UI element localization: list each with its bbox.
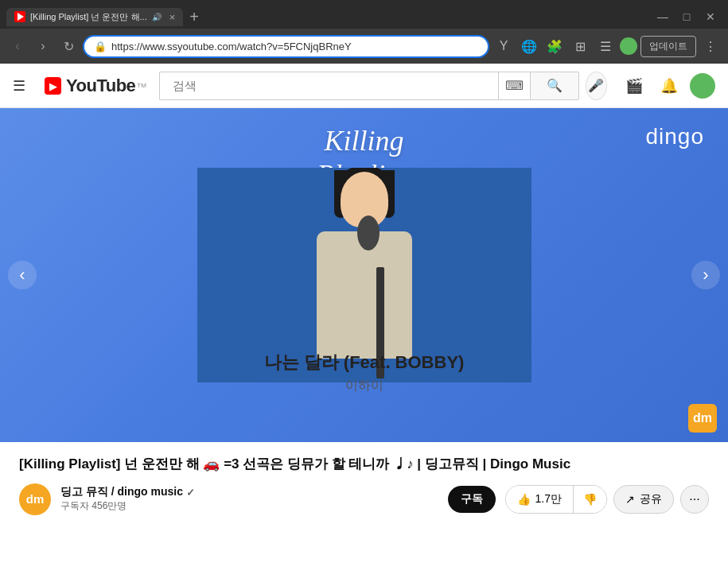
user-avatar[interactable] xyxy=(690,73,715,99)
video-content: KillingPlaylist. dingo xyxy=(0,108,728,522)
share-label: 공유 xyxy=(640,492,662,506)
notifications-button[interactable]: 🔔 xyxy=(655,72,683,100)
action-buttons: 👍 1.7만 👎 ↗ 공유 ··· xyxy=(505,485,709,514)
youtube-page: ☰ ▶ YouTubeTM ⌨ 🔍 🎤 🎬 🔔 Killin xyxy=(0,64,728,586)
browser-profile-avatar[interactable] xyxy=(620,37,637,55)
nav-right-controls: Y 🌐 🧩 ⊞ ☰ 업데이트 ⋮ xyxy=(492,35,722,57)
video-title: [Killing Playlist] 넌 운전만 해 🚗 =3 선곡은 딩뮤가 … xyxy=(19,455,709,474)
browser-extension-grid[interactable]: ⊞ xyxy=(569,35,591,57)
menu-icon[interactable]: ☰ xyxy=(13,77,25,95)
video-thumbnail[interactable]: KillingPlaylist. dingo xyxy=(0,108,728,442)
search-button[interactable]: 🔍 xyxy=(530,72,579,100)
address-bar[interactable]: 🔒 https://www.ssyoutube.com/watch?v=5FCN… xyxy=(83,35,489,58)
singer-figure xyxy=(285,172,444,378)
back-button[interactable]: ‹ xyxy=(6,35,29,57)
secure-icon: 🔒 xyxy=(94,41,107,52)
forward-button[interactable]: › xyxy=(32,35,54,57)
video-meta: [Killing Playlist] 넌 운전만 해 🚗 =3 선곡은 딩뮤가 … xyxy=(0,442,728,522)
youtube-logo[interactable]: ▶ YouTubeTM xyxy=(45,76,146,96)
like-icon: 👍 xyxy=(517,493,531,506)
video-container: KillingPlaylist. dingo xyxy=(0,108,728,442)
tab-audio-icon: 🔊 xyxy=(152,13,162,21)
nav-bar: ‹ › ↻ 🔒 https://www.ssyoutube.com/watch?… xyxy=(0,29,728,64)
mic-button[interactable]: 🎤 xyxy=(586,72,607,100)
maximize-button[interactable]: □ xyxy=(675,9,698,25)
next-video-button[interactable]: › xyxy=(691,261,720,289)
channel-row: dm 딩고 뮤직 / dingo music ✓ 구독자 456만명 구독 👍 … xyxy=(19,483,709,515)
subscribe-button[interactable]: 구독 xyxy=(448,486,496,513)
song-artist: 이하이 xyxy=(0,378,728,394)
search-wrapper: ⌨ 🔍 🎤 xyxy=(159,72,607,100)
tab-bar: [Killing Playlist] 넌 운전만 해... 🔊 × + — □ … xyxy=(0,0,728,29)
browser-extension-y[interactable]: Y xyxy=(492,35,515,57)
browser-extension-globe[interactable]: 🌐 xyxy=(518,35,540,57)
prev-video-button[interactable]: ‹ xyxy=(8,261,37,289)
close-button[interactable]: ✕ xyxy=(699,9,722,25)
youtube-logo-tm: TM xyxy=(137,82,146,89)
share-button[interactable]: ↗ 공유 xyxy=(613,485,674,514)
like-dislike-group: 👍 1.7만 👎 xyxy=(505,485,607,514)
dislike-icon: 👎 xyxy=(583,493,597,506)
subscriber-count: 구독자 456만명 xyxy=(60,499,432,513)
dislike-button[interactable]: 👎 xyxy=(574,486,606,513)
singer-body xyxy=(317,231,412,359)
keyboard-icon[interactable]: ⌨ xyxy=(498,72,530,100)
browser-chrome: [Killing Playlist] 넌 운전만 해... 🔊 × + — □ … xyxy=(0,0,728,64)
verified-icon: ✓ xyxy=(186,487,195,499)
dm-badge: dm xyxy=(688,404,717,433)
youtube-logo-text: YouTube xyxy=(66,76,135,96)
more-options-button[interactable]: ··· xyxy=(680,485,709,514)
tab-favicon xyxy=(14,11,25,22)
youtube-header: ☰ ▶ YouTubeTM ⌨ 🔍 🎤 🎬 🔔 xyxy=(0,64,728,108)
tab-title: [Killing Playlist] 넌 운전만 해... xyxy=(30,11,147,23)
channel-name: 딩고 뮤직 / dingo music ✓ xyxy=(60,485,432,499)
header-right-actions: 🎬 🔔 xyxy=(620,72,715,100)
search-input[interactable] xyxy=(159,72,498,100)
like-count: 1.7만 xyxy=(535,492,562,506)
song-info-overlay: 나는 달라 (Feat. BOBBY) 이하이 xyxy=(0,351,728,394)
channel-avatar[interactable]: dm xyxy=(19,483,51,515)
microphone-head xyxy=(357,215,380,250)
browser-menu-button[interactable]: ⋮ xyxy=(699,35,722,57)
song-title: 나는 달라 (Feat. BOBBY) xyxy=(0,351,728,374)
window-controls: — □ ✕ xyxy=(652,9,722,25)
youtube-logo-icon: ▶ xyxy=(45,77,61,95)
create-button[interactable]: 🎬 xyxy=(620,72,648,100)
update-button[interactable]: 업데이트 xyxy=(640,36,696,57)
browser-extension-puzzle[interactable]: 🧩 xyxy=(543,35,566,57)
url-text: https://www.ssyoutube.com/watch?v=5FCNjq… xyxy=(111,41,478,52)
tab-close-button[interactable]: × xyxy=(169,11,176,23)
minimize-button[interactable]: — xyxy=(652,9,674,25)
new-tab-button[interactable]: + xyxy=(189,9,199,25)
browser-extension-tab[interactable]: ☰ xyxy=(594,35,617,57)
address-bar-wrapper: 🔒 https://www.ssyoutube.com/watch?v=5FCN… xyxy=(83,35,489,58)
share-icon: ↗ xyxy=(625,493,635,506)
dingo-logo-text: dingo xyxy=(645,124,704,149)
active-tab[interactable]: [Killing Playlist] 넌 운전만 해... 🔊 × xyxy=(6,8,183,26)
channel-info: 딩고 뮤직 / dingo music ✓ 구독자 456만명 xyxy=(60,485,432,513)
refresh-button[interactable]: ↻ xyxy=(57,35,80,57)
like-button[interactable]: 👍 1.7만 xyxy=(506,486,574,513)
